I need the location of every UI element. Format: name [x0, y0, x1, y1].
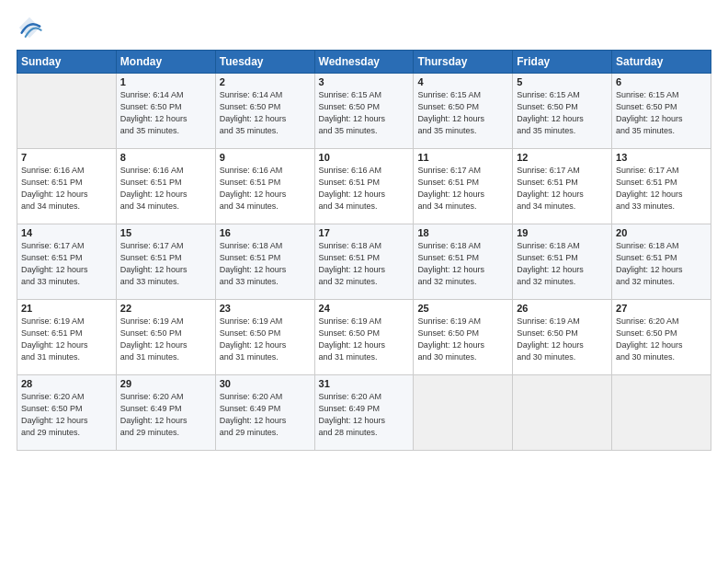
day-info: Sunrise: 6:17 AM Sunset: 6:51 PM Dayligh… [517, 165, 608, 213]
day-number: 13 [616, 152, 707, 163]
cell-w3-d1: 22Sunrise: 6:19 AM Sunset: 6:50 PM Dayli… [116, 300, 215, 375]
day-info: Sunrise: 6:20 AM Sunset: 6:49 PM Dayligh… [319, 391, 410, 439]
day-number: 1 [120, 76, 211, 87]
day-number: 22 [120, 303, 211, 314]
day-number: 29 [120, 378, 211, 389]
header-monday: Monday [116, 51, 215, 74]
logo [17, 15, 46, 40]
cell-w2-d6: 20Sunrise: 6:18 AM Sunset: 6:51 PM Dayli… [612, 224, 711, 300]
day-info: Sunrise: 6:20 AM Sunset: 6:49 PM Dayligh… [220, 391, 311, 439]
cell-w3-d2: 23Sunrise: 6:19 AM Sunset: 6:50 PM Dayli… [215, 300, 314, 375]
day-number: 5 [517, 76, 608, 87]
day-info: Sunrise: 6:17 AM Sunset: 6:51 PM Dayligh… [616, 165, 707, 213]
day-number: 28 [21, 378, 112, 389]
day-info: Sunrise: 6:18 AM Sunset: 6:51 PM Dayligh… [517, 240, 608, 288]
cell-w2-d0: 14Sunrise: 6:17 AM Sunset: 6:51 PM Dayli… [17, 224, 117, 300]
day-info: Sunrise: 6:15 AM Sunset: 6:50 PM Dayligh… [417, 89, 508, 137]
cell-w3-d6: 27Sunrise: 6:20 AM Sunset: 6:50 PM Dayli… [612, 300, 711, 375]
day-number: 14 [21, 227, 112, 238]
day-number: 20 [616, 227, 707, 238]
day-info: Sunrise: 6:18 AM Sunset: 6:51 PM Dayligh… [616, 240, 707, 288]
day-number: 2 [220, 76, 311, 87]
cell-w2-d1: 15Sunrise: 6:17 AM Sunset: 6:51 PM Dayli… [116, 224, 215, 300]
day-number: 24 [319, 303, 410, 314]
day-number: 17 [319, 227, 410, 238]
day-number: 15 [120, 227, 211, 238]
week-row-0: 1Sunrise: 6:14 AM Sunset: 6:50 PM Daylig… [17, 74, 711, 149]
day-info: Sunrise: 6:16 AM Sunset: 6:51 PM Dayligh… [319, 165, 410, 213]
day-number: 27 [616, 303, 707, 314]
day-number: 25 [417, 303, 508, 314]
cell-w3-d4: 25Sunrise: 6:19 AM Sunset: 6:50 PM Dayli… [414, 300, 513, 375]
cell-w1-d2: 9Sunrise: 6:16 AM Sunset: 6:51 PM Daylig… [215, 149, 314, 224]
day-info: Sunrise: 6:19 AM Sunset: 6:50 PM Dayligh… [517, 316, 608, 363]
day-info: Sunrise: 6:14 AM Sunset: 6:50 PM Dayligh… [220, 89, 311, 137]
day-info: Sunrise: 6:19 AM Sunset: 6:50 PM Dayligh… [417, 316, 508, 363]
header-wednesday: Wednesday [314, 51, 414, 74]
day-number: 10 [319, 152, 410, 163]
cell-w4-d2: 30Sunrise: 6:20 AM Sunset: 6:49 PM Dayli… [215, 375, 314, 451]
cell-w1-d0: 7Sunrise: 6:16 AM Sunset: 6:51 PM Daylig… [17, 149, 117, 224]
day-number: 7 [21, 152, 112, 163]
cell-w1-d6: 13Sunrise: 6:17 AM Sunset: 6:51 PM Dayli… [612, 149, 711, 224]
calendar-header-row: SundayMondayTuesdayWednesdayThursdayFrid… [17, 51, 711, 74]
day-info: Sunrise: 6:15 AM Sunset: 6:50 PM Dayligh… [616, 89, 707, 137]
day-info: Sunrise: 6:17 AM Sunset: 6:51 PM Dayligh… [120, 240, 211, 288]
cell-w0-d0 [17, 74, 117, 149]
day-number: 3 [319, 76, 410, 87]
header [17, 15, 711, 40]
day-number: 18 [417, 227, 508, 238]
cell-w4-d1: 29Sunrise: 6:20 AM Sunset: 6:49 PM Dayli… [116, 375, 215, 451]
cell-w0-d3: 3Sunrise: 6:15 AM Sunset: 6:50 PM Daylig… [314, 74, 414, 149]
day-number: 6 [616, 76, 707, 87]
cell-w1-d4: 11Sunrise: 6:17 AM Sunset: 6:51 PM Dayli… [414, 149, 513, 224]
cell-w4-d6 [612, 375, 711, 451]
cell-w3-d3: 24Sunrise: 6:19 AM Sunset: 6:50 PM Dayli… [314, 300, 414, 375]
header-tuesday: Tuesday [215, 51, 314, 74]
day-number: 21 [21, 303, 112, 314]
day-info: Sunrise: 6:16 AM Sunset: 6:51 PM Dayligh… [220, 165, 311, 213]
cell-w4-d3: 31Sunrise: 6:20 AM Sunset: 6:49 PM Dayli… [314, 375, 414, 451]
cell-w0-d4: 4Sunrise: 6:15 AM Sunset: 6:50 PM Daylig… [414, 74, 513, 149]
day-info: Sunrise: 6:20 AM Sunset: 6:50 PM Dayligh… [616, 316, 707, 363]
day-info: Sunrise: 6:17 AM Sunset: 6:51 PM Dayligh… [417, 165, 508, 213]
cell-w2-d2: 16Sunrise: 6:18 AM Sunset: 6:51 PM Dayli… [215, 224, 314, 300]
cell-w0-d1: 1Sunrise: 6:14 AM Sunset: 6:50 PM Daylig… [116, 74, 215, 149]
cell-w1-d5: 12Sunrise: 6:17 AM Sunset: 6:51 PM Dayli… [513, 149, 612, 224]
cell-w0-d6: 6Sunrise: 6:15 AM Sunset: 6:50 PM Daylig… [612, 74, 711, 149]
day-info: Sunrise: 6:19 AM Sunset: 6:50 PM Dayligh… [120, 316, 211, 363]
day-info: Sunrise: 6:16 AM Sunset: 6:51 PM Dayligh… [120, 165, 211, 213]
cell-w2-d3: 17Sunrise: 6:18 AM Sunset: 6:51 PM Dayli… [314, 224, 414, 300]
cell-w0-d2: 2Sunrise: 6:14 AM Sunset: 6:50 PM Daylig… [215, 74, 314, 149]
cell-w4-d5 [513, 375, 612, 451]
day-number: 16 [220, 227, 311, 238]
day-number: 31 [319, 378, 410, 389]
day-number: 23 [220, 303, 311, 314]
cell-w3-d0: 21Sunrise: 6:19 AM Sunset: 6:51 PM Dayli… [17, 300, 117, 375]
day-info: Sunrise: 6:15 AM Sunset: 6:50 PM Dayligh… [319, 89, 410, 137]
day-info: Sunrise: 6:17 AM Sunset: 6:51 PM Dayligh… [21, 240, 112, 288]
week-row-4: 28Sunrise: 6:20 AM Sunset: 6:50 PM Dayli… [17, 375, 711, 451]
day-number: 26 [517, 303, 608, 314]
day-info: Sunrise: 6:18 AM Sunset: 6:51 PM Dayligh… [417, 240, 508, 288]
header-saturday: Saturday [612, 51, 711, 74]
day-info: Sunrise: 6:20 AM Sunset: 6:50 PM Dayligh… [21, 391, 112, 439]
cell-w4-d0: 28Sunrise: 6:20 AM Sunset: 6:50 PM Dayli… [17, 375, 117, 451]
day-info: Sunrise: 6:19 AM Sunset: 6:51 PM Dayligh… [21, 316, 112, 363]
day-number: 11 [417, 152, 508, 163]
day-info: Sunrise: 6:19 AM Sunset: 6:50 PM Dayligh… [319, 316, 410, 363]
day-number: 4 [417, 76, 508, 87]
cell-w3-d5: 26Sunrise: 6:19 AM Sunset: 6:50 PM Dayli… [513, 300, 612, 375]
day-info: Sunrise: 6:19 AM Sunset: 6:50 PM Dayligh… [220, 316, 311, 363]
day-info: Sunrise: 6:16 AM Sunset: 6:51 PM Dayligh… [21, 165, 112, 213]
header-thursday: Thursday [414, 51, 513, 74]
day-info: Sunrise: 6:18 AM Sunset: 6:51 PM Dayligh… [220, 240, 311, 288]
cell-w1-d1: 8Sunrise: 6:16 AM Sunset: 6:51 PM Daylig… [116, 149, 215, 224]
week-row-3: 21Sunrise: 6:19 AM Sunset: 6:51 PM Dayli… [17, 300, 711, 375]
day-number: 12 [517, 152, 608, 163]
page: SundayMondayTuesdayWednesdayThursdayFrid… [0, 0, 728, 563]
header-sunday: Sunday [17, 51, 117, 74]
week-row-1: 7Sunrise: 6:16 AM Sunset: 6:51 PM Daylig… [17, 149, 711, 224]
calendar-table: SundayMondayTuesdayWednesdayThursdayFrid… [17, 50, 711, 451]
day-number: 19 [517, 227, 608, 238]
